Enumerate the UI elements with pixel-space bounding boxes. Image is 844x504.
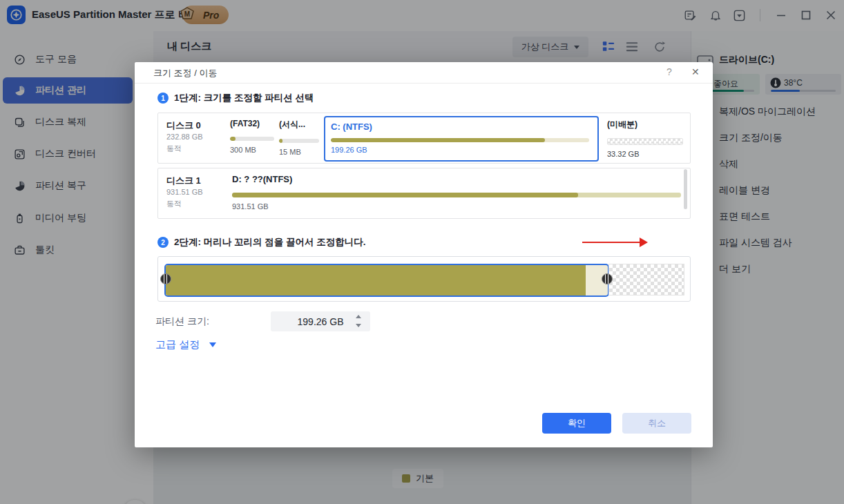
step1-row: 1 1단계: 크기를 조정할 파티션 선택	[157, 92, 314, 104]
step1-number-badge: 1	[157, 93, 169, 104]
step2-number-badge: 2	[157, 237, 169, 248]
partition-d-bar	[232, 193, 681, 197]
partition-drag-region[interactable]	[164, 264, 609, 297]
help-icon[interactable]: ?	[666, 66, 672, 77]
step1-text: 1단계: 크기를 조정할 파티션 선택	[174, 92, 314, 104]
partition-format[interactable]: (서식... 15 MB	[279, 119, 319, 156]
partition-unallocated-bar	[607, 138, 683, 145]
partition-c-selected[interactable]: C: (NTFS) 199.26 GB	[324, 116, 599, 162]
disk0-type: 동적	[166, 144, 182, 154]
partition-fat32[interactable]: (FAT32) 300 MB	[230, 119, 274, 154]
resize-slider-track	[157, 256, 691, 302]
partition-d[interactable]: D: ? ??(NTFS) 931.51 GB	[232, 174, 681, 211]
stepper-up-icon[interactable]	[356, 315, 361, 318]
stepper-down-icon[interactable]	[356, 324, 361, 327]
partition-size-stepper[interactable]	[354, 313, 364, 329]
advanced-caret-icon	[209, 342, 216, 347]
partition-fat32-bar	[230, 137, 274, 141]
dialog-header: 크기 조정 / 이동 ? ✕	[135, 62, 713, 84]
partition-size-label: 파티션 크기:	[155, 316, 209, 328]
step2-text: 2단계: 머리나 꼬리의 점을 끌어서 조정합니다.	[174, 236, 366, 249]
right-resize-handle[interactable]	[602, 273, 613, 284]
drag-hint-arrow-icon	[582, 242, 640, 243]
disk0-row: 디스크 0 232.88 GB 동적 (FAT32) 300 MB (서식...…	[157, 113, 691, 164]
disk1-name: 디스크 1	[166, 175, 201, 187]
advanced-settings-link[interactable]: 고급 설정	[155, 338, 216, 351]
left-resize-handle[interactable]	[160, 273, 171, 284]
partition-format-bar	[279, 139, 319, 143]
disk1-row: 디스크 1 931.51 GB 동적 D: ? ??(NTFS) 931.51 …	[157, 168, 691, 219]
disk-list-scrollbar[interactable]	[684, 169, 687, 209]
step2-row: 2 2단계: 머리나 꼬리의 점을 끌어서 조정합니다.	[157, 236, 366, 249]
dialog-title: 크기 조정 / 이동	[153, 67, 217, 79]
ok-button[interactable]: 확인	[542, 413, 611, 434]
disk1-capacity: 931.51 GB	[166, 188, 203, 196]
disk0-name: 디스크 0	[166, 119, 201, 132]
advanced-settings-label: 고급 설정	[155, 338, 200, 351]
app-window: EaseUS Partition Master 프로 버전 M Pro	[0, 0, 844, 504]
resize-move-dialog: 크기 조정 / 이동 ? ✕ 1 1단계: 크기를 조정할 파티션 선택 디스크…	[135, 62, 713, 447]
unallocated-region	[608, 264, 684, 295]
disk0-capacity: 232.88 GB	[166, 133, 203, 141]
partition-used-fill	[166, 265, 586, 295]
dialog-close-icon[interactable]: ✕	[691, 66, 700, 77]
disk1-type: 동적	[166, 199, 182, 209]
partition-c-bar	[331, 138, 589, 142]
cancel-button[interactable]: 취소	[622, 413, 691, 434]
partition-unallocated[interactable]: (미배분) 33.32 GB	[607, 119, 683, 158]
